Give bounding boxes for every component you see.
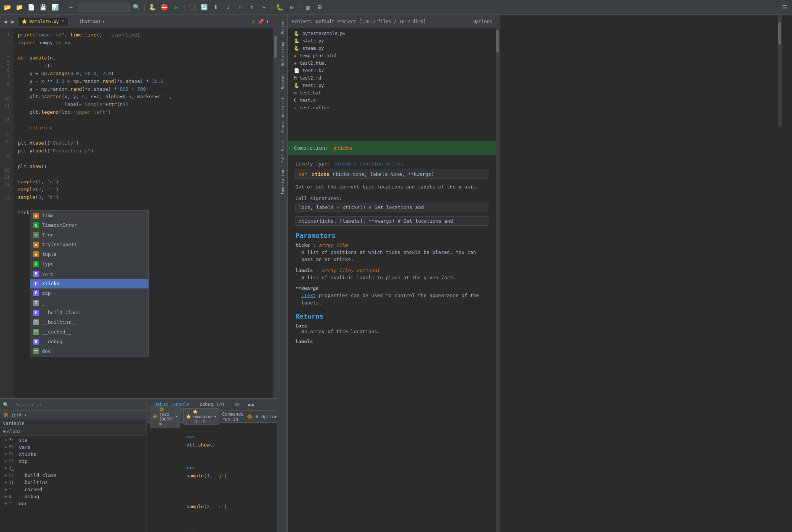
ac-item-underscore[interactable]: I _ (30, 298, 148, 308)
active-tab[interactable]: ⭐ matplot6.py * (17, 17, 68, 26)
location-dropdown[interactable]: (bottom) ▾ (76, 18, 108, 25)
gutter-line-18: 18 (1, 152, 12, 159)
text-link[interactable]: .Text (301, 293, 316, 298)
file-item-test2html[interactable]: ◈ test2.html (288, 59, 496, 67)
warning-icon: ⚠ (251, 18, 255, 25)
more-icon[interactable]: ⊞ (286, 2, 297, 13)
layout-icon[interactable]: ▦ (302, 2, 313, 13)
folder-icon[interactable]: 📁 (14, 2, 25, 13)
file-item-test2kv[interactable]: 📄 test2.kv (288, 67, 496, 74)
ac-item-build-class[interactable]: F __build_class__ (30, 308, 148, 317)
vtab-refactoring[interactable]: Refactoring (277, 38, 287, 70)
vtab-call-stack[interactable]: Call Stack (277, 136, 287, 166)
run-icon[interactable]: ▶ (171, 2, 182, 13)
ac-item-zip[interactable]: F zip (30, 288, 148, 298)
likely-type-value[interactable]: callable function xticks (333, 161, 403, 167)
python-icon[interactable]: 🐍 (147, 2, 158, 13)
file-item-steam[interactable]: 🐍 steam.py (288, 45, 496, 52)
run-to-cursor-icon[interactable]: ⤷ (259, 2, 269, 13)
debug-stop-icon[interactable]: ⬛ (187, 2, 198, 13)
file-item-stats[interactable]: 🐍 stats.py (288, 37, 496, 45)
ac-item-xticks[interactable]: F xticks (30, 279, 148, 288)
var-expand-icon: ⊕ (4, 501, 7, 506)
vtab-browser[interactable]: Browser (277, 70, 287, 93)
monitor-icon[interactable]: 🖥 (314, 2, 325, 13)
var-type-badge: F: (9, 438, 17, 442)
right-panel-scrollbar[interactable] (496, 15, 500, 532)
new-file-icon[interactable]: 📄 (26, 2, 36, 13)
ac-item-type[interactable]: C type (30, 259, 148, 269)
gutter-line-3 (1, 45, 12, 52)
var-item-xticks: ⊕ F: xticks (0, 451, 147, 458)
location-label: (bottom) (79, 19, 101, 24)
ac-item-true[interactable]: • True (30, 230, 148, 240)
sa-signature: def xticks (ticks=None, labels=None, **k… (295, 170, 488, 179)
code-line-2: import numpy as np (18, 39, 269, 47)
module-star-icon: ⭐ (186, 414, 191, 419)
vtab-project[interactable]: Project (277, 15, 287, 38)
debug-icon[interactable]: 🐛 (275, 2, 285, 13)
vtab-source-assistant[interactable]: Source Assistant (277, 93, 287, 136)
file-item-testbat[interactable]: ⚙ test.bat (288, 89, 496, 97)
stop-icon[interactable]: ⛔ (159, 2, 170, 13)
project-options-button[interactable]: Options (473, 19, 492, 24)
close-tab-button[interactable]: ✕ (271, 18, 275, 25)
code-line-12 (18, 116, 269, 124)
refresh-icon[interactable]: 🔄 (199, 2, 209, 13)
project-scrollbar[interactable] (778, 15, 782, 126)
pin-icon[interactable]: 📌 (257, 19, 264, 25)
left-section: ◀ ▶ ⭐ matplot6.py * (bottom) ▾ ⚠ 📌 ⬇ ✕ 1 (0, 15, 277, 532)
tab-ex[interactable]: Ex (230, 400, 244, 409)
console-add-icon[interactable]: ⊕ (256, 414, 259, 419)
search-input[interactable] (16, 402, 144, 407)
editor-scrollbar[interactable] (273, 28, 277, 398)
code-line-9: plt.scatter(x, y, s, c=c, alpha=0.5, mar… (18, 93, 269, 101)
source-assistant[interactable]: Likely type: callable function xticks de… (288, 155, 496, 532)
search-icon[interactable]: 🔍 (131, 2, 142, 13)
ac-label-tuple: tuple (42, 250, 57, 258)
tab-prev-button[interactable]: ◀ (2, 18, 8, 25)
tab-debug-io[interactable]: Debug I/O (195, 400, 228, 409)
console-tab-prev[interactable]: ◀ (247, 402, 250, 407)
ac-item-vars[interactable]: F vars (30, 269, 148, 279)
file-item-tempplot[interactable]: ◈ temp-plot.html (288, 52, 496, 59)
pid-dropdown-arrow[interactable]: ▾ (25, 413, 27, 417)
file-item-testc[interactable]: C test.c (288, 97, 496, 104)
console-line-3: ... sample(2, 'r') (151, 487, 279, 518)
open-folder-icon[interactable]: 📂 (2, 2, 13, 13)
file-icon-coffee: ☕ (294, 105, 296, 110)
ac-icon-vars: F (33, 271, 39, 277)
ac-item-doc[interactable]: "" doc (30, 346, 148, 356)
var-name: __debug__ (19, 494, 45, 499)
toolbar-search-input[interactable] (78, 3, 130, 12)
save-file-icon[interactable]: 💾 (38, 2, 48, 13)
chart-icon[interactable]: 📊 (50, 2, 60, 13)
split-icon[interactable]: ⬇ (266, 19, 269, 25)
pause-icon[interactable]: ⏸ (211, 2, 221, 13)
tab-next-button[interactable]: ▶ (10, 18, 16, 25)
file-item-test2py[interactable]: 🐍 test2.py (288, 82, 496, 89)
menu-icon[interactable]: ☰ (779, 2, 790, 13)
file-item-test2md[interactable]: M test2.md (288, 74, 496, 82)
ac-icon-zip: F (33, 290, 39, 296)
ac-item-time[interactable]: ⊕ time (30, 211, 148, 220)
console-tab-next[interactable]: ▶ (251, 402, 254, 407)
step-into-icon[interactable]: ⬇ (235, 2, 245, 13)
var-name: sta (19, 437, 28, 443)
step-out-icon[interactable]: ⬆ (247, 2, 257, 13)
file-item-pytestexample[interactable]: 🐍 pytestexample.py (288, 30, 496, 37)
cursor-icon[interactable]: ✛ (66, 2, 76, 13)
ac-item-cached[interactable]: "" __cached__ (30, 327, 148, 337)
var-expand-icon: ⊕ (4, 438, 7, 442)
ac-item-debug[interactable]: B __debug__ (30, 337, 148, 346)
step-over-icon[interactable]: ⤵ (223, 2, 233, 13)
dropdown-arrow-icon: ▾ (102, 19, 105, 24)
ac-item-try[interactable]: ⊕ try(snippet) (30, 240, 148, 249)
ac-item-tuple[interactable]: ⊕ tuple (30, 249, 148, 259)
ac-item-builtins[interactable]: {} __builtins__ (30, 317, 148, 327)
ac-item-timeouterror[interactable]: C TimeoutError (30, 220, 148, 230)
vtab-indentation[interactable]: Indentation (277, 166, 287, 198)
close-search-icon[interactable]: ✕ (11, 402, 14, 407)
console-content[interactable]: >>> plt.show() >>> sample(1, 'g') ... sa… (147, 423, 283, 532)
file-item-testcoffee[interactable]: ☕ test.coffee (288, 104, 496, 112)
